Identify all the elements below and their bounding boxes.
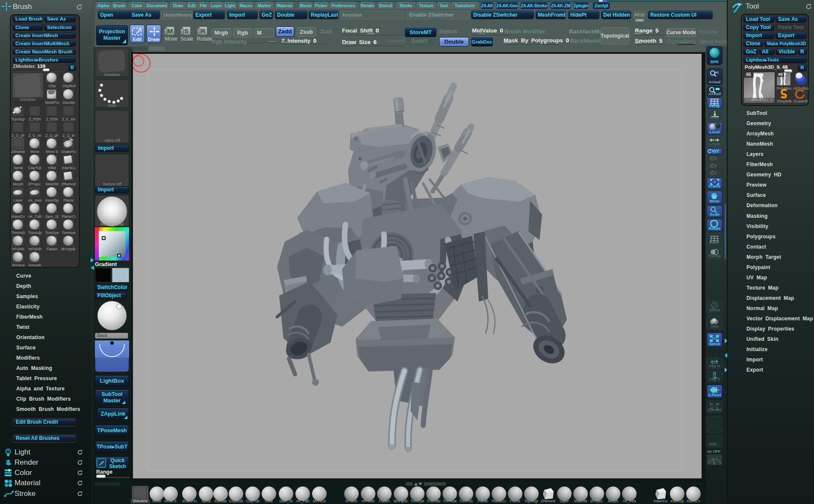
svg-text:x1: x1	[715, 71, 719, 74]
